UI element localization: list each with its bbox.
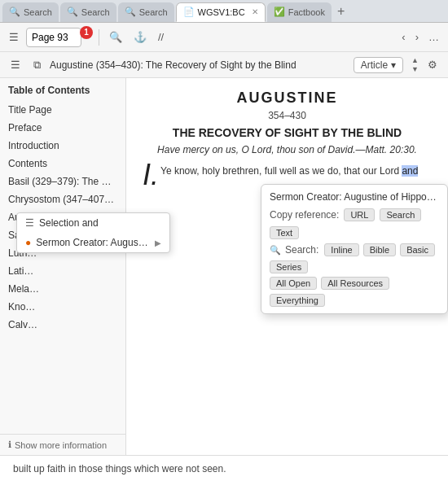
search-bible-button[interactable]: Bible	[363, 243, 396, 256]
sidebar-popup: ☰ Selection and ● Sermon Creator: August…	[16, 212, 126, 253]
selection-icon: ☰	[25, 217, 34, 229]
content-verse: Have mercy on us, O Lord, thou son of Da…	[143, 144, 432, 155]
article-label: Article	[361, 59, 388, 71]
hash-button[interactable]: //	[154, 28, 168, 46]
show-more-info[interactable]: ℹ Show more information	[0, 434, 125, 455]
nav-more-icon: …	[428, 31, 439, 43]
copy-button[interactable]: ⧉	[29, 55, 45, 75]
toc-item-contents[interactable]: Contents	[0, 155, 125, 173]
menu-button[interactable]: ☰	[5, 28, 23, 46]
search-row2: All Open All Resources Everything	[270, 277, 439, 307]
context-popup-title: Sermon Creator: Augustine of Hippo, Refe…	[270, 191, 439, 203]
sidebar-popup-selection-label: Selection and	[39, 217, 99, 229]
nav-more-button[interactable]: …	[424, 28, 443, 46]
nav-forward-button[interactable]: ›	[411, 28, 423, 46]
body-text: Ye know, holy brethren, full well as we …	[160, 165, 399, 177]
article-title: Augustine (354–430): The Recovery of Sig…	[50, 59, 349, 71]
toc-item-calv[interactable]: Calv…	[0, 316, 125, 334]
drop-cap: I.	[143, 164, 159, 187]
tab-label-wgsv: WGSV1:BC	[198, 7, 245, 17]
page-input[interactable]	[26, 28, 81, 47]
tab-factbook[interactable]: ✅ Factbook	[267, 2, 332, 22]
content-area: AUGUSTINE 354–430 THE RECOVERY OF SIGHT …	[126, 78, 448, 455]
hash-label: //	[158, 31, 164, 43]
copy-search-button[interactable]: Search	[380, 208, 421, 221]
secondary-toolbar: ☰ ⧉ Augustine (354–430): The Recovery of…	[0, 52, 448, 78]
list-icon: ☰	[11, 59, 20, 71]
search-basic-button[interactable]: Basic	[400, 243, 435, 256]
article-button[interactable]: Article ▾	[354, 57, 403, 73]
sidebar-popup-item-selection[interactable]: ☰ Selection and	[17, 213, 126, 233]
toc-item-basil[interactable]: Basil (329–379): The Cr…	[0, 173, 125, 190]
settings-icon: ⚙	[428, 59, 437, 71]
list-view-button[interactable]: ☰	[7, 55, 24, 74]
anchor-button[interactable]: ⚓	[130, 28, 151, 46]
toc-item-introduction[interactable]: Introduction	[0, 137, 125, 155]
copy-ref-label: Copy reference:	[270, 209, 339, 221]
up-button[interactable]: ▲	[411, 56, 419, 65]
copy-url-button[interactable]: URL	[344, 208, 375, 221]
tab-bar: 🔍 Search 🔍 Search 🔍 Search 📄 WGSV1:BC ✕ …	[0, 0, 448, 23]
settings-button[interactable]: ⚙	[424, 55, 441, 74]
separator-1	[99, 29, 99, 46]
toc-title: Table of Contents	[0, 78, 125, 101]
tab-search2[interactable]: 🔍 Search	[60, 2, 116, 22]
all-resources-button[interactable]: All Resources	[321, 277, 389, 290]
bottom-text: built up faith in those things which wer…	[13, 463, 226, 474]
sidebar: Table of Contents Title Page Preface Int…	[0, 78, 126, 455]
toc-item-preface[interactable]: Preface	[0, 119, 125, 137]
bottom-bar: built up faith in those things which wer…	[0, 455, 448, 481]
all-open-button[interactable]: All Open	[270, 277, 317, 290]
tab-wgsv[interactable]: 📄 WGSV1:BC ✕	[176, 2, 266, 22]
toc-list: Title Page Preface Introduction Contents…	[0, 101, 125, 434]
search-icon-tab2: 🔍	[67, 7, 78, 17]
down-button[interactable]: ▼	[411, 65, 419, 74]
tab-close-wgsv[interactable]: ✕	[252, 7, 258, 16]
search-row: 🔍 Search: Inline Bible Basic Series	[270, 243, 439, 273]
copy-reference-row: Copy reference: URL Search Text	[270, 208, 439, 239]
tab-label-search1: Search	[24, 7, 52, 17]
sermon-dot-icon: ●	[25, 237, 31, 248]
new-tab-button[interactable]: +	[332, 5, 349, 18]
main-layout: Table of Contents Title Page Preface Int…	[0, 78, 448, 455]
toc-item-mela[interactable]: Mela…	[0, 280, 125, 298]
check-icon-tab5: ✅	[274, 7, 285, 17]
search-label: Search:	[285, 244, 318, 256]
badge-1: 1	[80, 26, 93, 39]
everything-button[interactable]: Everything	[270, 294, 325, 307]
nav-buttons: ‹ › …	[397, 28, 443, 46]
nav-back-button[interactable]: ‹	[397, 28, 409, 46]
nav-forward-icon: ›	[415, 31, 419, 43]
copy-icon: ⧉	[33, 59, 41, 72]
toolbar: ☰ 1 🔍 ⚓ // ‹ › …	[0, 23, 448, 52]
copy-text-button[interactable]: Text	[270, 226, 299, 239]
nav-back-icon: ‹	[402, 31, 405, 43]
content-heading: THE RECOVERY OF SIGHT BY THE BLIND	[143, 126, 432, 139]
search-button[interactable]: 🔍	[105, 28, 126, 46]
show-more-label: Show more information	[15, 440, 107, 450]
document-icon-tab4: 📄	[183, 7, 195, 17]
tab-label-factbook: Factbook	[288, 7, 325, 17]
up-down-buttons: ▲ ▼	[411, 56, 419, 74]
tab-search3[interactable]: 🔍 Search	[118, 2, 174, 22]
toc-item-lati[interactable]: Lati…	[0, 262, 125, 280]
search-mini-icon: 🔍	[270, 245, 281, 256]
content-main-title: AUGUSTINE	[143, 90, 432, 107]
content-body: I. Ye know, holy brethren, full well as …	[143, 164, 432, 179]
article-dropdown-icon: ▾	[391, 59, 396, 71]
toc-item-title-page[interactable]: Title Page	[0, 101, 125, 119]
tab-label-search3: Search	[139, 7, 168, 17]
search-icon-tab3: 🔍	[125, 7, 136, 17]
tab-search1[interactable]: 🔍 Search	[2, 2, 59, 22]
search-icon-tab1: 🔍	[9, 7, 20, 17]
toc-item-chrysostom[interactable]: Chrysostom (347–407)…	[0, 190, 125, 208]
toc-item-kno[interactable]: Kno…	[0, 298, 125, 316]
search-icon: 🔍	[109, 31, 122, 43]
search-inline-button[interactable]: Inline	[324, 243, 358, 256]
tab-label-search2: Search	[81, 7, 110, 17]
anchor-icon: ⚓	[134, 31, 147, 43]
sidebar-popup-item-sermon[interactable]: ● Sermon Creator: Augustine of Hippo, Re…	[17, 233, 126, 252]
search-series-button[interactable]: Series	[270, 260, 308, 273]
context-popup: Sermon Creator: Augustine of Hippo, Refe…	[261, 184, 448, 314]
menu-icon: ☰	[9, 31, 19, 43]
